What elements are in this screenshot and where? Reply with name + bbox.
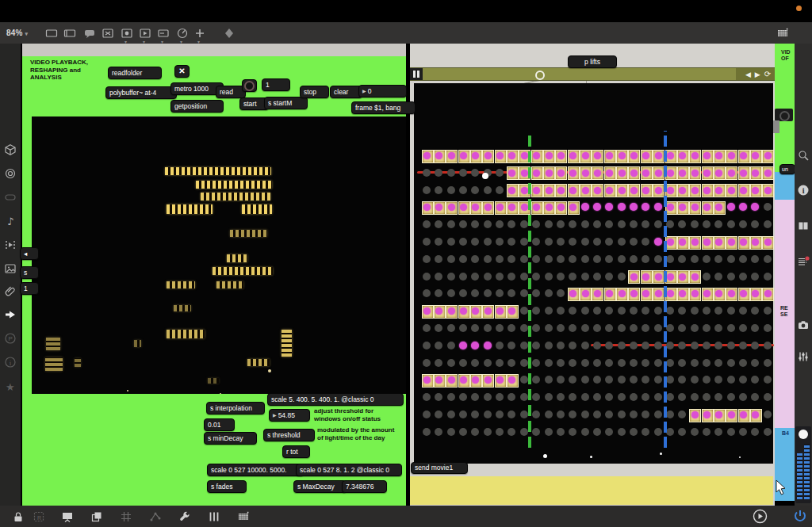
getposition-object[interactable]: getposition bbox=[170, 100, 224, 113]
r-tot-object[interactable]: r tot bbox=[282, 445, 310, 458]
window-dot bbox=[630, 220, 638, 228]
window-cell-dot bbox=[557, 170, 565, 177]
polybuffer-object[interactable]: polybuffer~ at-4 bbox=[105, 86, 177, 99]
lock-icon[interactable] bbox=[11, 510, 25, 524]
strip-un-box[interactable]: un bbox=[779, 164, 795, 174]
meter-knob[interactable] bbox=[799, 430, 808, 439]
layers-icon[interactable] bbox=[90, 510, 104, 524]
bang-button[interactable] bbox=[242, 79, 257, 92]
maxdecay-number[interactable]: 7.348676 bbox=[342, 480, 387, 493]
readfolder-message[interactable]: readfolder bbox=[108, 67, 162, 79]
power-icon[interactable] bbox=[793, 509, 807, 523]
window-dot bbox=[484, 428, 492, 436]
strip-toggle-box[interactable] bbox=[775, 109, 793, 121]
window-dot bbox=[557, 428, 565, 436]
window-cell-dot bbox=[679, 239, 686, 246]
circle-p-icon[interactable]: P bbox=[3, 331, 17, 346]
clipped-box-2[interactable]: s bbox=[20, 266, 39, 279]
window-dot bbox=[581, 359, 589, 367]
patcher-titlebar[interactable] bbox=[22, 44, 406, 56]
scale-decay-object[interactable]: scale 0 527 8. 1. 2 @classic 0 bbox=[296, 464, 402, 476]
building-light bbox=[196, 181, 272, 189]
keyboard-grid-icon[interactable] bbox=[236, 510, 251, 524]
toggle-icon[interactable] bbox=[101, 26, 115, 40]
circle-i-icon[interactable]: i bbox=[3, 355, 17, 369]
s-threshold-object[interactable]: s threshold bbox=[263, 429, 315, 441]
window-cell-on bbox=[446, 201, 458, 215]
panels-icon[interactable] bbox=[797, 220, 810, 232]
plug-icon[interactable] bbox=[3, 307, 17, 322]
scale-fades-object[interactable]: scale 0 527 10000. 5000. bbox=[207, 464, 304, 476]
mindecay-number[interactable]: 0.01 bbox=[204, 418, 235, 431]
window-cell-dot bbox=[557, 187, 565, 194]
window-cell-dot bbox=[740, 411, 747, 418]
window-cell-dot bbox=[679, 273, 686, 281]
search-icon[interactable] bbox=[797, 149, 810, 162]
toggle-box[interactable]: ✕ bbox=[174, 65, 190, 78]
playhead-handle[interactable] bbox=[535, 71, 545, 80]
threshold-number[interactable]: ▶54.85 bbox=[269, 409, 310, 422]
window-cell-on bbox=[641, 184, 653, 197]
next-icon[interactable]: ▶ bbox=[755, 71, 760, 78]
s-fades-object[interactable]: s fades bbox=[207, 480, 247, 493]
window-cell-on bbox=[434, 150, 446, 163]
level-meter[interactable] bbox=[795, 426, 811, 503]
star-icon[interactable]: ★ bbox=[3, 380, 17, 394]
s-interpolation-object[interactable]: s interpolation bbox=[206, 402, 265, 414]
analysis-matrix[interactable] bbox=[414, 83, 773, 464]
pause-icon[interactable] bbox=[410, 68, 423, 80]
comment-icon[interactable] bbox=[82, 26, 97, 40]
window-dot-active bbox=[654, 203, 662, 211]
wrench-icon[interactable] bbox=[178, 510, 192, 524]
presentation-icon[interactable] bbox=[60, 510, 75, 524]
info-icon[interactable]: i bbox=[797, 184, 810, 197]
s-maxdecay-object[interactable]: s MaxDecay bbox=[293, 480, 347, 493]
paint-icon[interactable] bbox=[222, 26, 236, 40]
stop-message[interactable]: stop bbox=[300, 86, 329, 98]
window-cell-on bbox=[616, 288, 628, 301]
window-dot-active bbox=[739, 203, 747, 211]
p-lifts-object[interactable]: p lifts bbox=[568, 55, 617, 68]
window-cell-dot bbox=[619, 290, 626, 297]
camera-icon[interactable] bbox=[797, 319, 810, 331]
message-box-icon[interactable] bbox=[63, 26, 77, 40]
keyboard-grid-icon[interactable] bbox=[776, 26, 790, 40]
rings-icon[interactable] bbox=[3, 166, 17, 181]
window-cell-on bbox=[750, 409, 762, 422]
object-box-icon[interactable] bbox=[44, 26, 59, 40]
clear-message[interactable]: clear bbox=[330, 86, 362, 98]
window-cell-dot bbox=[472, 376, 479, 384]
window-dot bbox=[581, 393, 589, 401]
send-movie-object[interactable]: send movie1 bbox=[411, 462, 468, 474]
clipped-box-1[interactable]: ◂ bbox=[20, 247, 39, 260]
frame-number[interactable]: ▶0 bbox=[358, 85, 407, 97]
s-startM-object[interactable]: s startM bbox=[264, 97, 308, 109]
prev-icon[interactable]: ◀ bbox=[745, 71, 751, 78]
window-cell-dot bbox=[728, 187, 735, 194]
clipped-box-3[interactable]: 1 bbox=[20, 282, 39, 295]
window-cell-on bbox=[543, 150, 555, 163]
loop-icon[interactable]: ⟳ bbox=[764, 70, 771, 78]
filters-icon[interactable] bbox=[797, 350, 810, 363]
window-dot bbox=[714, 376, 722, 384]
window-dot bbox=[764, 273, 772, 281]
stepseq-icon[interactable] bbox=[3, 238, 17, 252]
console-icon[interactable] bbox=[797, 255, 810, 268]
scale-top-object[interactable]: scale 5. 400. 5. 400. 1. @classic 0 bbox=[267, 393, 404, 406]
note-icon[interactable]: ♪ bbox=[3, 214, 17, 228]
piano-icon[interactable] bbox=[207, 510, 221, 524]
marquee-icon[interactable]: R bbox=[32, 510, 46, 524]
number-one[interactable]: 1 bbox=[262, 78, 290, 91]
playbar[interactable]: ◀ ▶ ⟳ bbox=[410, 67, 780, 81]
grid-icon[interactable] bbox=[119, 510, 133, 524]
paperclip-icon[interactable] bbox=[3, 284, 17, 298]
pill-icon[interactable] bbox=[3, 190, 17, 204]
frame-message[interactable]: frame $1, bang bbox=[351, 101, 416, 114]
connections-icon[interactable] bbox=[148, 510, 163, 524]
cube-icon[interactable] bbox=[3, 143, 17, 157]
picture-icon[interactable] bbox=[3, 262, 17, 276]
window-dot bbox=[484, 220, 492, 228]
play-circle-icon[interactable] bbox=[753, 509, 768, 524]
window-dot bbox=[496, 359, 504, 367]
s-mindecay-object[interactable]: s minDecay bbox=[204, 432, 257, 445]
